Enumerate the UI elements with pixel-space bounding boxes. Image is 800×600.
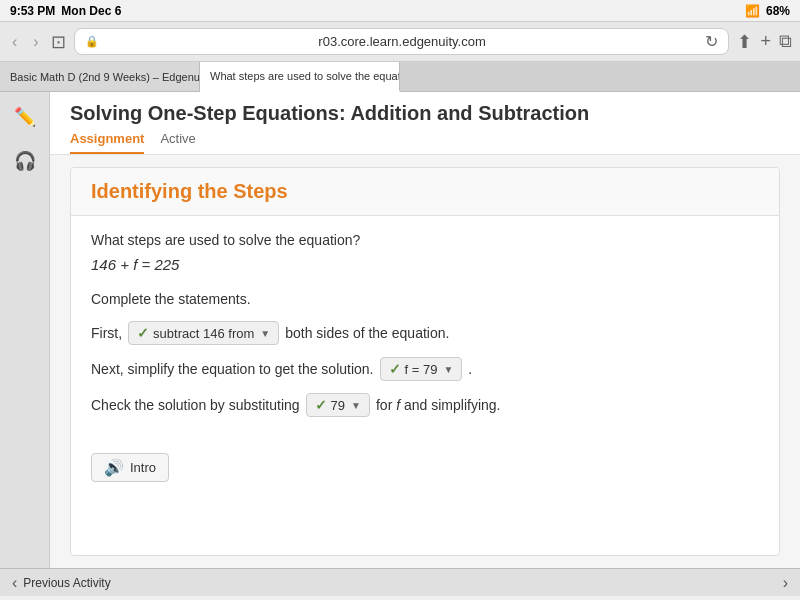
intro-button-container: 🔊 Intro (91, 429, 759, 482)
browser-actions: ⬆ + ⧉ (737, 31, 792, 53)
dropdown-arrow-1: ▼ (260, 328, 270, 339)
dropdown-79-value: 79 (331, 398, 345, 413)
back-button[interactable]: ‹ (8, 31, 21, 53)
statement-3-prefix: Check the solution by substituting (91, 397, 300, 413)
time: 9:53 PM (10, 4, 55, 18)
tab-edgenuity-question[interactable]: What steps are used to solve the equatio… (200, 62, 400, 92)
share-button[interactable]: ⬆ (737, 31, 752, 53)
main-area: Solving One-Step Equations: Addition and… (50, 92, 800, 568)
pencil-tool-button[interactable]: ✏️ (8, 100, 42, 134)
intro-button[interactable]: 🔊 Intro (91, 453, 169, 482)
lock-icon: 🔒 (85, 35, 99, 48)
headphone-tool-button[interactable]: 🎧 (8, 144, 42, 178)
prev-activity-label: Previous Activity (23, 576, 110, 590)
prev-activity: ‹ Previous Activity (12, 574, 111, 592)
tab-active[interactable]: Active (160, 131, 195, 154)
statement-row-1: First, ✓ subtract 146 from ▼ both sides … (91, 321, 759, 345)
dropdown-f-value: f = 79 (405, 362, 438, 377)
left-toolbar: ✏️ 🎧 (0, 92, 50, 568)
check-icon-3: ✓ (315, 397, 327, 413)
dropdown-arrow-2: ▼ (443, 364, 453, 375)
refresh-button[interactable]: ↻ (705, 32, 718, 51)
check-icon-1: ✓ (137, 325, 149, 341)
add-tab-button[interactable]: + (760, 31, 771, 53)
status-bar: 9:53 PM Mon Dec 6 📶 68% (0, 0, 800, 22)
forward-button[interactable]: › (29, 31, 42, 53)
dropdown-subtract-value: subtract 146 from (153, 326, 254, 341)
statement-1-suffix: both sides of the equation. (285, 325, 449, 341)
page-title: Solving One-Step Equations: Addition and… (70, 102, 780, 125)
tabs-bar: Basic Math D (2nd 9 Weeks) – Edgenuity.c… (0, 62, 800, 92)
card-title: Identifying the Steps (91, 180, 759, 203)
prev-arrow-button[interactable]: ‹ (12, 574, 17, 592)
tab-assignment[interactable]: Assignment (70, 131, 144, 154)
page-tabs: Assignment Active (70, 131, 780, 154)
equation-text: 146 + f = 225 (91, 256, 179, 273)
page-header: Solving One-Step Equations: Addition and… (50, 92, 800, 155)
dropdown-79[interactable]: ✓ 79 ▼ (306, 393, 370, 417)
statement-row-3: Check the solution by substituting ✓ 79 … (91, 393, 759, 417)
dropdown-arrow-3: ▼ (351, 400, 361, 411)
browser-chrome: ‹ › ⊡ 🔒 r03.core.learn.edgenuity.com ↻ ⬆… (0, 22, 800, 62)
speaker-icon: 🔊 (104, 458, 124, 477)
statement-row-2: Next, simplify the equation to get the s… (91, 357, 759, 381)
next-arrow-button[interactable]: › (783, 574, 788, 592)
tabs-button[interactable]: ⧉ (779, 31, 792, 53)
battery-level: 68% (766, 4, 790, 18)
statement-3-suffix: for f and simplifying. (376, 397, 501, 413)
address-url: r03.core.learn.edgenuity.com (105, 34, 700, 49)
card-body: What steps are used to solve the equatio… (71, 216, 779, 555)
status-right: 📶 68% (745, 4, 790, 18)
statement-1-prefix: First, (91, 325, 122, 341)
statement-2-prefix: Next, simplify the equation to get the s… (91, 361, 374, 377)
check-icon-2: ✓ (389, 361, 401, 377)
date: Mon Dec 6 (61, 4, 121, 18)
statement-2-suffix: . (468, 361, 472, 377)
instructions-text: Complete the statements. (91, 291, 759, 307)
reader-button[interactable]: ⊡ (51, 31, 66, 53)
content-card: Identifying the Steps What steps are use… (70, 167, 780, 556)
page-content: ✏️ 🎧 Solving One-Step Equations: Additio… (0, 92, 800, 568)
address-bar[interactable]: 🔒 r03.core.learn.edgenuity.com ↻ (74, 28, 730, 55)
status-left: 9:53 PM Mon Dec 6 (10, 4, 121, 18)
wifi-icon: 📶 (745, 4, 760, 18)
card-header: Identifying the Steps (71, 168, 779, 216)
question-text: What steps are used to solve the equatio… (91, 232, 759, 248)
dropdown-subtract[interactable]: ✓ subtract 146 from ▼ (128, 321, 279, 345)
dropdown-f-equals[interactable]: ✓ f = 79 ▼ (380, 357, 463, 381)
equation: 146 + f = 225 (91, 256, 759, 273)
intro-button-label: Intro (130, 460, 156, 475)
tab-basic-math[interactable]: Basic Math D (2nd 9 Weeks) – Edgenuity.c… (0, 62, 200, 91)
nav-bottom: ‹ Previous Activity › (0, 568, 800, 596)
